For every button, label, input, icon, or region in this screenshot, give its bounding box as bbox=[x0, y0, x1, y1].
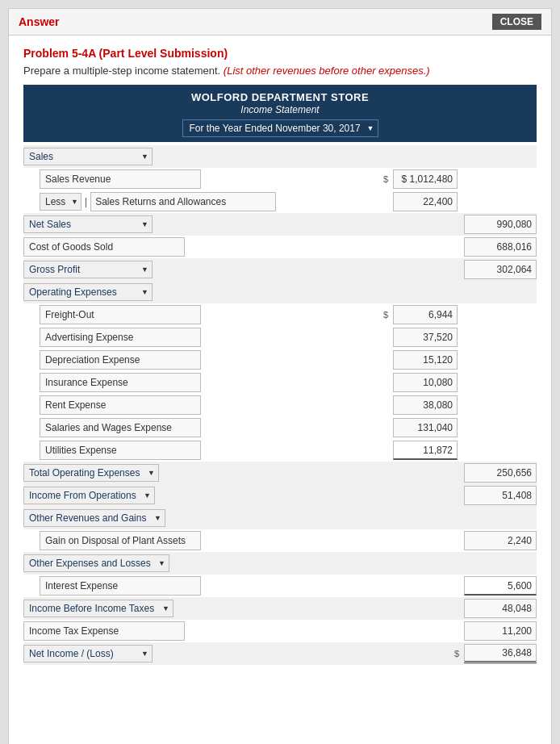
input-label-rent[interactable] bbox=[40, 395, 201, 415]
col1-plain-freight-out: $ bbox=[383, 305, 461, 324]
input-col1-salaries[interactable] bbox=[393, 418, 458, 437]
select-wrapper-income-from-ops: Income From Operations bbox=[23, 487, 155, 504]
label-plain-cogs bbox=[23, 237, 385, 257]
col1-plain-sales-revenue: $ bbox=[383, 169, 461, 189]
col2-plain-income-tax-exp bbox=[464, 621, 537, 641]
col2-area-net-income: $ bbox=[454, 644, 537, 663]
input-col1-utilities[interactable] bbox=[393, 441, 458, 460]
select-wrapper-operating-exp: Operating Expenses bbox=[23, 283, 153, 301]
statement-header: WOLFORD DEPARTMENT STORE Income Statemen… bbox=[23, 85, 537, 142]
label-cell-sales: Sales bbox=[23, 148, 383, 165]
input-label-utilities[interactable] bbox=[40, 441, 201, 460]
select-other-exp[interactable]: Other Expenses and Losses bbox=[23, 554, 169, 572]
label-cell-operating-exp: Operating Expenses bbox=[23, 283, 383, 301]
input-col2-interest-exp[interactable] bbox=[464, 576, 537, 596]
label-plain-sales-revenue bbox=[23, 169, 383, 189]
select-total-op-exp[interactable]: Total Operating Expenses bbox=[23, 464, 159, 482]
label-plain-advertising bbox=[23, 328, 385, 347]
input-label-depreciation[interactable] bbox=[40, 350, 201, 370]
input-col2-gain-disposal[interactable] bbox=[464, 531, 537, 550]
col2-area-income-from-ops bbox=[464, 486, 537, 505]
less-select[interactable]: Less bbox=[40, 193, 81, 211]
input-less-label[interactable] bbox=[90, 192, 276, 211]
input-label-insurance[interactable] bbox=[40, 373, 201, 392]
label-cell-income-from-ops: Income From Operations bbox=[23, 487, 383, 504]
select-income-before-tax[interactable]: Income Before Income Taxes bbox=[23, 600, 173, 617]
select-wrapper-sales: Sales bbox=[23, 148, 153, 165]
row-other-rev: Other Revenues and Gains bbox=[23, 507, 537, 529]
select-other-rev[interactable]: Other Revenues and Gains bbox=[23, 509, 165, 527]
input-col1-freight-out[interactable] bbox=[393, 305, 458, 324]
row-less-row: Less | bbox=[23, 190, 537, 213]
input-label-advertising[interactable] bbox=[40, 328, 201, 347]
label-cell-other-exp: Other Expenses and Losses bbox=[23, 554, 383, 572]
dollar-col2-net-income: $ bbox=[454, 649, 462, 658]
row-cogs bbox=[23, 236, 537, 258]
col2-plain-cogs bbox=[464, 237, 537, 257]
select-wrapper-other-exp: Other Expenses and Losses bbox=[23, 554, 169, 572]
input-col1-sales-revenue[interactable] bbox=[393, 169, 458, 189]
input-col2-income-before-tax[interactable] bbox=[464, 599, 537, 618]
row-sales: Sales bbox=[23, 145, 537, 168]
input-col2-net-income[interactable] bbox=[464, 644, 537, 663]
select-wrapper-total-op-exp: Total Operating Expenses bbox=[23, 464, 159, 482]
col2-area-income-before-tax bbox=[464, 599, 537, 618]
input-col2-total-op-exp[interactable] bbox=[464, 463, 537, 483]
input-col1-advertising[interactable] bbox=[393, 328, 458, 347]
select-wrapper-net-sales: Net Sales bbox=[23, 215, 153, 233]
period-row: For the Year Ended November 30, 2017 bbox=[31, 119, 529, 137]
input-col2-income-from-ops[interactable] bbox=[464, 486, 537, 505]
input-label-cogs[interactable] bbox=[23, 237, 185, 257]
input-col2-gross-profit[interactable] bbox=[464, 260, 537, 279]
row-advertising bbox=[23, 326, 537, 349]
input-col1-depreciation[interactable] bbox=[393, 350, 458, 370]
row-salaries bbox=[23, 416, 537, 439]
input-col2-income-tax-exp[interactable] bbox=[464, 621, 537, 641]
row-interest-exp bbox=[23, 575, 537, 597]
label-plain-utilities bbox=[23, 441, 385, 460]
row-freight-out: $ bbox=[23, 303, 537, 326]
answer-title: Answer bbox=[19, 15, 60, 28]
company-name: WOLFORD DEPARTMENT STORE bbox=[31, 91, 529, 103]
label-cell-income-before-tax: Income Before Income Taxes bbox=[23, 600, 383, 617]
period-wrapper: For the Year Ended November 30, 2017 bbox=[182, 119, 378, 137]
content-area: Problem 5-4A (Part Level Submission) Pre… bbox=[9, 36, 551, 676]
input-label-gain-disposal[interactable] bbox=[40, 531, 201, 550]
less-select-wrapper: Less bbox=[40, 193, 81, 211]
select-wrapper-other-rev: Other Revenues and Gains bbox=[23, 509, 165, 527]
input-label-interest-exp[interactable] bbox=[40, 576, 201, 596]
row-total-op-exp: Total Operating Expenses bbox=[23, 462, 537, 484]
select-operating-exp[interactable]: Operating Expenses bbox=[23, 283, 153, 301]
col2-plain-gain-disposal bbox=[464, 531, 537, 550]
row-utilities bbox=[23, 439, 537, 462]
row-gain-disposal bbox=[23, 529, 537, 552]
col1-plain-salaries bbox=[385, 418, 461, 437]
select-net-sales[interactable]: Net Sales bbox=[23, 215, 153, 233]
input-label-freight-out[interactable] bbox=[40, 305, 201, 324]
label-plain-income-tax-exp bbox=[23, 621, 385, 641]
statement-type: Income Statement bbox=[31, 104, 529, 115]
income-statement-table: Sales $ bbox=[23, 145, 537, 665]
input-col1-rent[interactable] bbox=[393, 395, 458, 415]
select-income-from-ops[interactable]: Income From Operations bbox=[23, 487, 155, 504]
period-select[interactable]: For the Year Ended November 30, 2017 bbox=[182, 119, 378, 137]
row-depreciation bbox=[23, 349, 537, 371]
input-col1-insurance[interactable] bbox=[393, 373, 458, 392]
input-col2-cogs[interactable] bbox=[464, 237, 537, 257]
select-net-income[interactable]: Net Income / (Loss) bbox=[23, 645, 153, 662]
row-net-income: Net Income / (Loss) $ bbox=[23, 642, 537, 665]
input-less-col1[interactable] bbox=[393, 192, 458, 211]
select-gross-profit[interactable]: Gross Profit bbox=[23, 261, 153, 278]
input-label-income-tax-exp[interactable] bbox=[23, 621, 185, 641]
select-wrapper-income-before-tax: Income Before Income Taxes bbox=[23, 600, 173, 617]
close-button[interactable]: CLOSE bbox=[492, 14, 541, 30]
label-plain-salaries bbox=[23, 418, 385, 437]
label-cell-total-op-exp: Total Operating Expenses bbox=[23, 464, 383, 482]
label-plain-interest-exp bbox=[23, 576, 385, 596]
input-label-salaries[interactable] bbox=[40, 418, 201, 437]
select-sales[interactable]: Sales bbox=[23, 148, 153, 165]
dollar-freight-out: $ bbox=[383, 310, 391, 320]
input-label-sales-revenue[interactable] bbox=[40, 169, 201, 189]
label-cell-other-rev: Other Revenues and Gains bbox=[23, 509, 383, 527]
input-col2-net-sales[interactable] bbox=[464, 215, 537, 234]
